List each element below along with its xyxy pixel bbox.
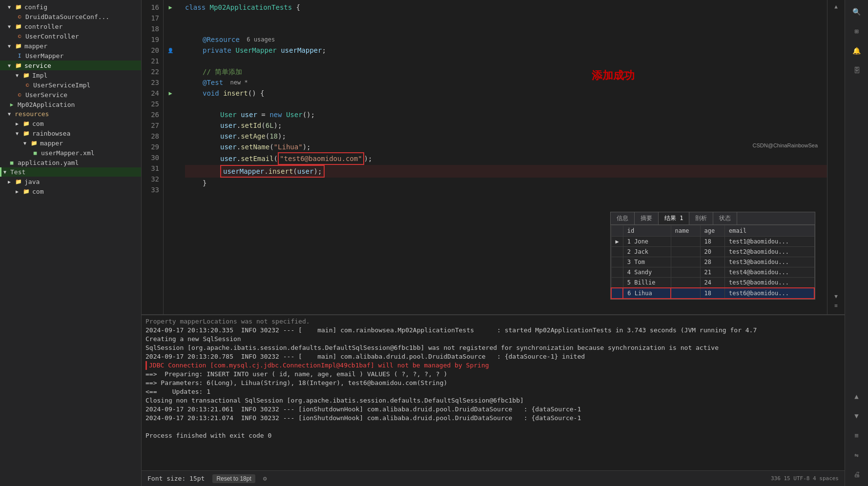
- gutter-run-24[interactable]: ▶: [164, 88, 177, 99]
- gutter-run-16[interactable]: ▶: [164, 2, 177, 13]
- row-indicator: [611, 278, 623, 288]
- terminal-line: 2024-09-17 20:13:21.074 INFO 30232 --- […: [145, 414, 841, 423]
- tree-item-java[interactable]: ▶ 📁 java: [0, 177, 141, 186]
- cell-age: 18: [700, 288, 725, 299]
- terminal-line: Property mapperLocations was not specifi…: [145, 317, 841, 326]
- scroll-up-button[interactable]: ▲: [833, 2, 839, 11]
- code-line-31: userMapper.insert(user);: [185, 165, 827, 178]
- reset-font-button[interactable]: Reset to 18pt: [212, 474, 255, 483]
- editor-wrapper: 16 17 18 19 20 21 22 23 24 25 26 27 28 2…: [142, 0, 845, 486]
- db-tab-summary[interactable]: 摘要: [635, 212, 659, 224]
- tree-label: UserService: [25, 91, 67, 99]
- file-icon: ■: [8, 159, 16, 166]
- structure-icon[interactable]: ⊞: [849, 23, 865, 39]
- font-size-label: Font size: 15pt: [147, 475, 205, 482]
- code-line-32: }: [185, 178, 827, 188]
- tree-label: Mp02Application: [18, 101, 75, 108]
- tree-item-impl[interactable]: ▼ 📁 Impl: [0, 70, 141, 80]
- tree-item-usermapper[interactable]: I UserMapper: [0, 51, 141, 61]
- col-name[interactable]: name: [671, 225, 700, 237]
- terminal-line: 2024-09-17 20:13:21.061 INFO 30232 --- […: [145, 405, 841, 414]
- database-icon[interactable]: 🗄: [849, 62, 865, 78]
- tree-label: com: [32, 188, 43, 195]
- tree-item-userserviceimpl[interactable]: © UserServiceImpl: [0, 80, 141, 90]
- code-line-22: // 简单添加: [185, 66, 827, 77]
- db-row-3[interactable]: 3 Tom 28 test3@baomidou...: [611, 257, 814, 267]
- align-icon[interactable]: ⇋: [849, 447, 865, 463]
- folder-icon: 📁: [22, 71, 30, 79]
- db-tab-profile[interactable]: 剖析: [689, 212, 713, 224]
- folder-icon: 📁: [22, 129, 30, 137]
- tree-item-com2[interactable]: ▶ 📁 com: [0, 186, 141, 196]
- search-icon[interactable]: 🔍: [849, 4, 865, 20]
- gear-icon[interactable]: ⚙: [263, 475, 267, 482]
- row-indicator: [611, 257, 623, 267]
- code-line-16: class Mp02ApplicationTests {: [185, 2, 827, 13]
- cell-email: test4@baomidou...: [725, 267, 814, 278]
- print-icon[interactable]: 🖨: [849, 466, 865, 482]
- tree-item-mapper[interactable]: ▼ 📁 mapper: [0, 41, 141, 51]
- tree-item-usercontroller[interactable]: © UserController: [0, 31, 141, 41]
- tree-label: mapper: [24, 42, 47, 50]
- list-icon[interactable]: ≡: [849, 427, 865, 443]
- terminal[interactable]: Property mapperLocations was not specifi…: [142, 314, 845, 470]
- tree-label: java: [24, 178, 40, 185]
- up-arrow-icon[interactable]: ▲: [849, 388, 865, 404]
- tree-item-rainbowsea[interactable]: ▼ 📁 rainbowsea: [0, 128, 141, 138]
- tree-item-mp02app[interactable]: ▶ Mp02Application: [0, 100, 141, 109]
- code-line-21: [185, 56, 827, 66]
- expand-icon: ▼: [8, 111, 14, 117]
- expand-icon: ▼: [23, 141, 29, 146]
- tree-label: mapper: [40, 140, 63, 147]
- db-row-6[interactable]: 6 Lihua 18 test6@baomidou...: [611, 288, 814, 299]
- terminal-error-line: JDBC Connection [com.mysql.cj.jdbc.Conne…: [145, 361, 841, 370]
- tree-item-mapper2[interactable]: ▼ 📁 mapper: [0, 138, 141, 148]
- code-line-18: [185, 23, 827, 34]
- cell-email: test1@baomidou...: [725, 237, 814, 247]
- code-line-33: [185, 188, 827, 199]
- db-tab-info[interactable]: 信息: [611, 212, 635, 224]
- expand-icon: ▶: [16, 121, 21, 126]
- terminal-line: ==> Preparing: INSERT INTO user ( id, na…: [145, 370, 841, 379]
- tree-label: Impl: [32, 72, 47, 79]
- db-row-1[interactable]: ▶ 1 Jone 18 test1@baomidou...: [611, 237, 814, 247]
- code-line-30: user.setEmail("test6@baomidou.com");: [185, 152, 827, 165]
- tree-item-mapper-xml[interactable]: ■ userMapper.xml: [0, 148, 141, 158]
- tree-item-com[interactable]: ▶ 📁 com: [0, 119, 141, 128]
- tree-item-service[interactable]: ▼ 📁 service: [0, 61, 141, 70]
- notification-icon[interactable]: 🔔: [849, 43, 865, 59]
- gutter-bookmark-20[interactable]: 👤: [164, 45, 177, 56]
- col-id[interactable]: id: [623, 225, 671, 237]
- db-tab-status[interactable]: 状态: [713, 212, 737, 224]
- editor-right-tools: ▲ ▼ ≡: [827, 0, 845, 314]
- status-info: 336 15 UTF-8 4 spaces: [771, 475, 839, 482]
- tree-item-config[interactable]: ▼ 📁 config: [0, 2, 141, 12]
- tree-item-resources[interactable]: ▼ resources: [0, 109, 141, 119]
- db-tab-result[interactable]: 结果 1: [659, 212, 689, 224]
- tree-label: userMapper.xml: [41, 149, 95, 157]
- tree-item-appyaml[interactable]: ■ application.yaml: [0, 158, 141, 167]
- col-email[interactable]: email: [725, 225, 814, 237]
- tree-item-controller[interactable]: ▼ 📁 controller: [0, 21, 141, 31]
- code-line-23: @Test new *: [185, 77, 827, 88]
- folder-icon: 📁: [15, 178, 22, 185]
- tree-item-test[interactable]: ▼ Test: [0, 167, 141, 177]
- tree-item-druid[interactable]: © DruidDataSourceConf...: [0, 12, 141, 21]
- db-row-4[interactable]: 4 Sandy 21 test4@baomidou...: [611, 267, 814, 278]
- cell-email: test5@baomidou...: [725, 278, 814, 288]
- tree-item-userservice[interactable]: © UserService: [0, 90, 141, 100]
- db-row-5[interactable]: 5 Billie 24 test5@baomidou...: [611, 278, 814, 288]
- wrap-icon[interactable]: ≡: [833, 301, 839, 310]
- cell-age: 20: [700, 247, 725, 257]
- down-arrow-icon[interactable]: ▼: [849, 408, 865, 424]
- scroll-down-button[interactable]: ▼: [833, 292, 839, 301]
- footer-toolbar: Font size: 15pt Reset to 18pt ⚙ 336 15 U…: [142, 470, 845, 486]
- row-indicator: [611, 267, 623, 278]
- db-row-2[interactable]: 2 Jack 20 test2@baomidou...: [611, 247, 814, 257]
- cell-id: 2 Jack: [623, 247, 671, 257]
- db-result-panel: 信息 摘要 结果 1 剖析 状态 id name age email: [610, 212, 815, 300]
- cell-name: [671, 237, 700, 247]
- col-age[interactable]: age: [700, 225, 725, 237]
- terminal-process-exit: Process finished with exit code 0: [145, 431, 841, 440]
- cell-id: 6 Lihua: [623, 288, 671, 299]
